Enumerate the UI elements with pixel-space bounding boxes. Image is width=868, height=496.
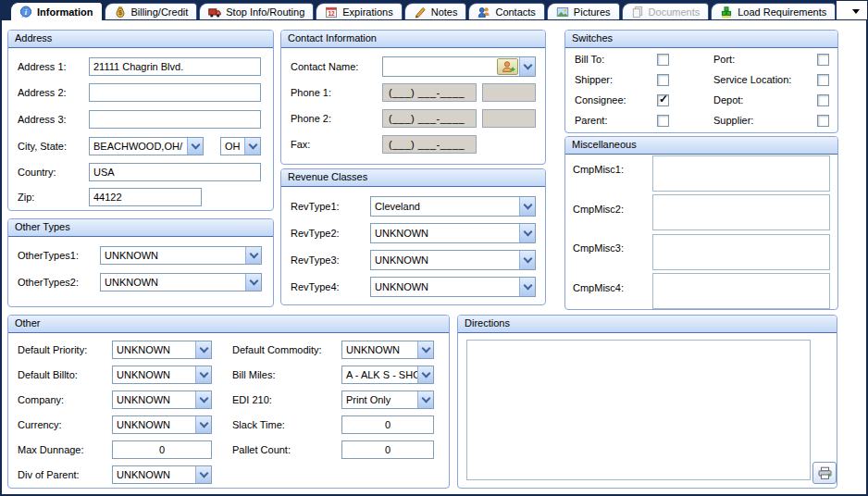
cmpmisc2-input[interactable] <box>652 194 830 230</box>
service-location-checkbox[interactable] <box>817 74 829 86</box>
chevron-down-icon[interactable] <box>195 416 211 433</box>
chevron-down-icon[interactable] <box>195 466 211 483</box>
tab-load-requirements[interactable]: Load Requirements <box>711 3 836 19</box>
company-value: UNKNOWN <box>113 391 195 408</box>
revtype3-select[interactable]: UNKNOWN <box>370 250 536 270</box>
switches-group: Switches Bill To: Shipper: Consignee: Pa… <box>564 30 838 133</box>
zip-label: Zip: <box>18 188 34 206</box>
cmpmisc1-input[interactable] <box>652 155 830 192</box>
address-group-header: Address <box>8 31 273 48</box>
billto-label: Bill To: <box>575 53 604 66</box>
add-contact-button[interactable] <box>497 58 518 75</box>
revtype2-select[interactable]: UNKNOWN <box>370 223 536 243</box>
tab-expirations[interactable]: 12 Expirations <box>316 3 402 19</box>
phone2-input[interactable]: (___) ___-____ <box>382 109 477 128</box>
parent-label: Parent: <box>575 114 607 127</box>
contact-name-combo[interactable] <box>382 56 536 77</box>
othertypes2-label: OtherTypes2: <box>18 273 79 291</box>
supplier-checkbox[interactable] <box>817 115 829 127</box>
phone1-ext-input[interactable] <box>482 83 536 102</box>
depot-checkbox[interactable] <box>817 94 829 106</box>
tab-billing-credit[interactable]: $ Billing/Credit <box>105 3 198 19</box>
city-select[interactable]: BEACHWOOD,OH/ <box>89 137 204 155</box>
slack-time-input[interactable] <box>341 415 434 434</box>
zip-input[interactable] <box>89 188 202 206</box>
documents-icon <box>631 6 644 19</box>
contact-group-header: Contact Information <box>281 31 545 48</box>
address3-input[interactable] <box>89 110 261 129</box>
tab-pictures[interactable]: Pictures <box>547 3 620 19</box>
chevron-down-icon[interactable] <box>195 391 211 408</box>
state-select[interactable]: OH <box>220 137 261 155</box>
pallet-count-input[interactable] <box>341 440 434 459</box>
print-icon <box>817 466 833 480</box>
chevron-down-icon[interactable] <box>187 138 203 155</box>
parent-checkbox[interactable] <box>657 115 669 127</box>
directions-group: Directions <box>457 315 837 489</box>
bill-miles-value: A - ALK S - SHO <box>342 366 417 383</box>
port-checkbox[interactable] <box>817 54 829 66</box>
chevron-down-icon[interactable] <box>417 341 433 358</box>
pencil-icon <box>414 6 427 19</box>
chevron-down-icon[interactable] <box>245 274 261 291</box>
default-priority-select[interactable]: UNKNOWN <box>112 341 212 359</box>
tab-notes[interactable]: Notes <box>404 3 467 19</box>
fax-input[interactable]: (___) ___-____ <box>382 135 477 154</box>
tab-contacts[interactable]: Contacts <box>468 3 544 19</box>
city-value: BEACHWOOD,OH/ <box>90 138 187 155</box>
chevron-down-icon[interactable] <box>519 197 535 216</box>
chevron-down-icon[interactable] <box>417 366 433 383</box>
country-label: Country: <box>18 163 56 181</box>
revtype2-label: RevType2: <box>291 223 340 243</box>
chevron-down-icon[interactable] <box>195 366 211 383</box>
default-priority-value: UNKNOWN <box>113 341 195 358</box>
tab-documents[interactable]: Documents <box>622 3 710 19</box>
cmpmisc4-input[interactable] <box>652 273 830 309</box>
revtype4-value: UNKNOWN <box>371 278 519 296</box>
chevron-down-icon[interactable] <box>519 278 535 296</box>
bill-miles-select[interactable]: A - ALK S - SHO <box>341 366 434 384</box>
cmpmisc3-input[interactable] <box>652 234 830 270</box>
revtype1-select[interactable]: Cleveland <box>370 196 536 217</box>
address2-label: Address 2: <box>18 83 67 102</box>
consignee-checkbox[interactable] <box>657 94 669 106</box>
tab-information[interactable]: i Information <box>10 2 103 20</box>
chevron-down-icon[interactable] <box>244 138 260 155</box>
chevron-down-icon[interactable] <box>195 341 211 358</box>
othertypes1-value: UNKNOWN <box>101 247 245 264</box>
edi210-select[interactable]: Print Only <box>341 391 434 409</box>
default-priority-label: Default Priority: <box>18 341 87 359</box>
cmpmisc4-label: CmpMisc4: <box>573 281 624 294</box>
address1-input[interactable] <box>89 57 261 76</box>
chevron-down-icon[interactable] <box>417 391 433 408</box>
default-commodity-select[interactable]: UNKNOWN <box>341 341 434 359</box>
phone1-input[interactable]: (___) ___-____ <box>382 83 477 102</box>
shipper-checkbox[interactable] <box>657 74 669 86</box>
country-input[interactable] <box>89 163 261 181</box>
calendar-icon: 12 <box>325 6 338 19</box>
chevron-down-icon[interactable] <box>245 247 261 264</box>
max-dunnage-input[interactable] <box>112 440 212 459</box>
revtype4-label: RevType4: <box>291 277 340 297</box>
div-of-parent-value: UNKNOWN <box>113 466 195 483</box>
billto-checkbox[interactable] <box>657 54 669 66</box>
other-group-header: Other <box>8 316 449 333</box>
directions-textarea[interactable] <box>466 340 811 480</box>
othertypes2-select[interactable]: UNKNOWN <box>100 273 262 291</box>
tab-stop-info-routing[interactable]: Stop Info/Routing <box>199 3 314 19</box>
directions-group-header: Directions <box>458 316 837 333</box>
currency-select[interactable]: UNKNOWN <box>112 415 212 434</box>
chevron-down-icon[interactable] <box>519 251 535 269</box>
tab-overflow-button[interactable] <box>849 6 862 17</box>
revtype4-select[interactable]: UNKNOWN <box>370 277 536 297</box>
chevron-down-icon[interactable] <box>519 57 535 76</box>
print-directions-button[interactable] <box>812 462 837 484</box>
default-billto-select[interactable]: UNKNOWN <box>112 366 212 384</box>
company-select[interactable]: UNKNOWN <box>112 391 212 409</box>
othertypes1-select[interactable]: UNKNOWN <box>100 246 262 265</box>
div-of-parent-select[interactable]: UNKNOWN <box>112 465 212 484</box>
phone2-ext-input[interactable] <box>482 109 536 128</box>
add-contact-icon <box>501 60 515 73</box>
address2-input[interactable] <box>89 83 261 102</box>
chevron-down-icon[interactable] <box>519 224 535 242</box>
